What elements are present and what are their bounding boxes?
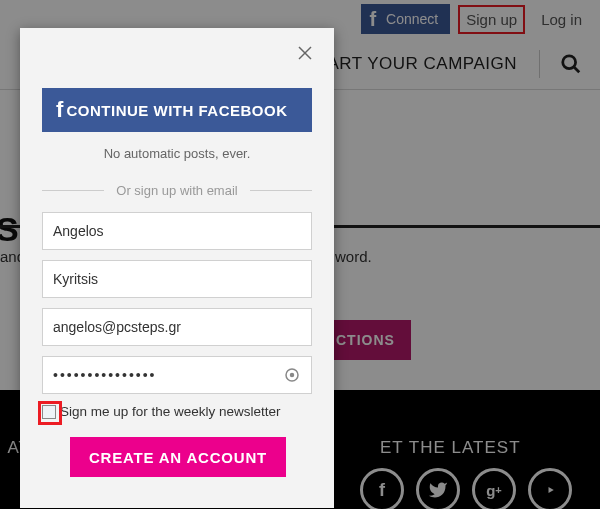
no-auto-posts-text: No automatic posts, ever. bbox=[42, 146, 312, 161]
first-name-input[interactable]: Angelos bbox=[42, 212, 312, 250]
password-reveal-icon[interactable] bbox=[283, 366, 301, 384]
facebook-button-label: CONTINUE WITH FACEBOOK bbox=[67, 102, 288, 119]
highlight-annotation bbox=[38, 401, 62, 425]
svg-point-5 bbox=[291, 374, 294, 377]
signup-modal: f CONTINUE WITH FACEBOOK No automatic po… bbox=[20, 28, 334, 508]
email-input[interactable]: angelos@pcsteps.gr bbox=[42, 308, 312, 346]
continue-with-facebook-button[interactable]: f CONTINUE WITH FACEBOOK bbox=[42, 88, 312, 132]
facebook-icon: f bbox=[56, 97, 64, 123]
email-divider: Or sign up with email bbox=[42, 183, 312, 198]
close-icon[interactable] bbox=[296, 44, 314, 62]
create-account-button[interactable]: CREATE AN ACCOUNT bbox=[70, 437, 286, 477]
newsletter-checkbox[interactable] bbox=[42, 405, 56, 419]
last-name-input[interactable]: Kyritsis bbox=[42, 260, 312, 298]
password-input[interactable]: ••••••••••••••• bbox=[42, 356, 312, 394]
newsletter-label: Sign me up for the weekly newsletter bbox=[60, 404, 281, 419]
